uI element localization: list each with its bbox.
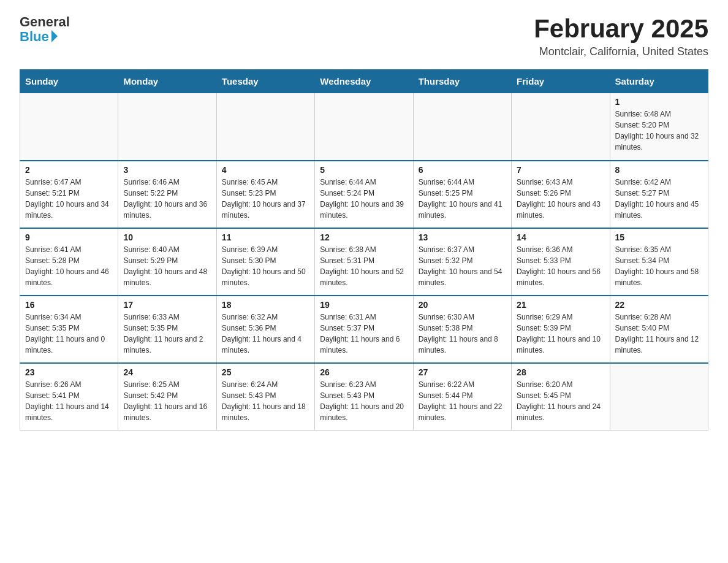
weekday-header-monday: Monday [118, 70, 216, 93]
calendar-cell: 16Sunrise: 6:34 AMSunset: 5:35 PMDayligh… [20, 296, 118, 363]
calendar-cell: 23Sunrise: 6:26 AMSunset: 5:41 PMDayligh… [20, 363, 118, 431]
day-info: Sunrise: 6:26 AMSunset: 5:41 PMDaylight:… [25, 379, 113, 423]
calendar-cell: 26Sunrise: 6:23 AMSunset: 5:43 PMDayligh… [315, 363, 413, 431]
day-info: Sunrise: 6:34 AMSunset: 5:35 PMDaylight:… [25, 312, 113, 356]
calendar-cell: 15Sunrise: 6:35 AMSunset: 5:34 PMDayligh… [610, 228, 708, 296]
day-info: Sunrise: 6:44 AMSunset: 5:24 PMDaylight:… [320, 177, 408, 221]
day-info: Sunrise: 6:36 AMSunset: 5:33 PMDaylight:… [517, 244, 604, 288]
calendar-cell: 7Sunrise: 6:43 AMSunset: 5:26 PMDaylight… [512, 161, 610, 228]
day-number: 10 [123, 232, 211, 242]
calendar-cell: 22Sunrise: 6:28 AMSunset: 5:40 PMDayligh… [610, 296, 708, 363]
day-info: Sunrise: 6:20 AMSunset: 5:45 PMDaylight:… [517, 379, 604, 423]
day-info: Sunrise: 6:30 AMSunset: 5:38 PMDaylight:… [419, 312, 506, 356]
day-number: 24 [123, 367, 211, 377]
day-number: 21 [517, 300, 604, 310]
day-number: 19 [320, 300, 408, 310]
calendar-week-row: 9Sunrise: 6:41 AMSunset: 5:28 PMDaylight… [20, 228, 708, 296]
calendar-week-row: 23Sunrise: 6:26 AMSunset: 5:41 PMDayligh… [20, 363, 708, 431]
day-info: Sunrise: 6:45 AMSunset: 5:23 PMDaylight:… [222, 177, 309, 221]
day-number: 5 [320, 165, 408, 175]
day-info: Sunrise: 6:39 AMSunset: 5:30 PMDaylight:… [222, 244, 309, 288]
calendar-cell: 5Sunrise: 6:44 AMSunset: 5:24 PMDaylight… [315, 161, 413, 228]
day-info: Sunrise: 6:43 AMSunset: 5:26 PMDaylight:… [517, 177, 604, 221]
calendar-cell: 24Sunrise: 6:25 AMSunset: 5:42 PMDayligh… [118, 363, 216, 431]
calendar-cell: 21Sunrise: 6:29 AMSunset: 5:39 PMDayligh… [512, 296, 610, 363]
calendar-cell: 17Sunrise: 6:33 AMSunset: 5:35 PMDayligh… [118, 296, 216, 363]
day-info: Sunrise: 6:48 AMSunset: 5:20 PMDaylight:… [615, 109, 703, 153]
calendar-week-row: 16Sunrise: 6:34 AMSunset: 5:35 PMDayligh… [20, 296, 708, 363]
day-info: Sunrise: 6:46 AMSunset: 5:22 PMDaylight:… [123, 177, 211, 221]
day-number: 11 [222, 232, 309, 242]
weekday-header-row: SundayMondayTuesdayWednesdayThursdayFrid… [20, 70, 708, 93]
day-info: Sunrise: 6:23 AMSunset: 5:43 PMDaylight:… [320, 379, 408, 423]
day-number: 6 [419, 165, 506, 175]
calendar-cell [512, 93, 610, 161]
day-number: 27 [419, 367, 506, 377]
logo-general-text: General [20, 15, 70, 29]
day-info: Sunrise: 6:31 AMSunset: 5:37 PMDaylight:… [320, 312, 408, 356]
weekday-header-saturday: Saturday [610, 70, 708, 93]
calendar-cell [118, 93, 216, 161]
calendar-subtitle: Montclair, California, United States [534, 45, 708, 58]
day-info: Sunrise: 6:32 AMSunset: 5:36 PMDaylight:… [222, 312, 309, 356]
day-info: Sunrise: 6:41 AMSunset: 5:28 PMDaylight:… [25, 244, 113, 288]
calendar-cell: 19Sunrise: 6:31 AMSunset: 5:37 PMDayligh… [315, 296, 413, 363]
weekday-header-thursday: Thursday [413, 70, 511, 93]
weekday-header-wednesday: Wednesday [315, 70, 413, 93]
day-info: Sunrise: 6:29 AMSunset: 5:39 PMDaylight:… [517, 312, 604, 356]
day-info: Sunrise: 6:37 AMSunset: 5:32 PMDaylight:… [419, 244, 506, 288]
day-number: 7 [517, 165, 604, 175]
calendar-cell: 9Sunrise: 6:41 AMSunset: 5:28 PMDaylight… [20, 228, 118, 296]
day-number: 4 [222, 165, 309, 175]
weekday-header-tuesday: Tuesday [216, 70, 314, 93]
logo: General Blue [20, 15, 70, 44]
day-info: Sunrise: 6:44 AMSunset: 5:25 PMDaylight:… [419, 177, 506, 221]
calendar-cell: 20Sunrise: 6:30 AMSunset: 5:38 PMDayligh… [413, 296, 511, 363]
day-number: 25 [222, 367, 309, 377]
calendar-cell: 28Sunrise: 6:20 AMSunset: 5:45 PMDayligh… [512, 363, 610, 431]
calendar-week-row: 2Sunrise: 6:47 AMSunset: 5:21 PMDaylight… [20, 161, 708, 228]
day-info: Sunrise: 6:28 AMSunset: 5:40 PMDaylight:… [615, 312, 703, 356]
day-info: Sunrise: 6:24 AMSunset: 5:43 PMDaylight:… [222, 379, 309, 423]
day-info: Sunrise: 6:33 AMSunset: 5:35 PMDaylight:… [123, 312, 211, 356]
day-number: 3 [123, 165, 211, 175]
day-number: 22 [615, 300, 703, 310]
logo-blue-text: Blue [20, 29, 58, 44]
day-number: 23 [25, 367, 113, 377]
calendar-cell: 11Sunrise: 6:39 AMSunset: 5:30 PMDayligh… [216, 228, 314, 296]
day-number: 18 [222, 300, 309, 310]
day-number: 1 [615, 97, 703, 107]
calendar-cell [315, 93, 413, 161]
calendar-week-row: 1Sunrise: 6:48 AMSunset: 5:20 PMDaylight… [20, 93, 708, 161]
day-info: Sunrise: 6:47 AMSunset: 5:21 PMDaylight:… [25, 177, 113, 221]
calendar-cell: 25Sunrise: 6:24 AMSunset: 5:43 PMDayligh… [216, 363, 314, 431]
calendar-cell: 12Sunrise: 6:38 AMSunset: 5:31 PMDayligh… [315, 228, 413, 296]
day-number: 17 [123, 300, 211, 310]
day-info: Sunrise: 6:35 AMSunset: 5:34 PMDaylight:… [615, 244, 703, 288]
calendar-cell: 27Sunrise: 6:22 AMSunset: 5:44 PMDayligh… [413, 363, 511, 431]
calendar-cell [413, 93, 511, 161]
day-info: Sunrise: 6:42 AMSunset: 5:27 PMDaylight:… [615, 177, 703, 221]
calendar-title: February 2025 [534, 15, 708, 43]
day-info: Sunrise: 6:38 AMSunset: 5:31 PMDaylight:… [320, 244, 408, 288]
day-number: 26 [320, 367, 408, 377]
page-header: General Blue February 2025 Montclair, Ca… [20, 15, 708, 58]
logo-arrow-icon [51, 30, 58, 42]
day-number: 28 [517, 367, 604, 377]
calendar-cell [610, 363, 708, 431]
calendar-cell: 6Sunrise: 6:44 AMSunset: 5:25 PMDaylight… [413, 161, 511, 228]
day-number: 9 [25, 232, 113, 242]
calendar-cell: 3Sunrise: 6:46 AMSunset: 5:22 PMDaylight… [118, 161, 216, 228]
calendar-cell: 13Sunrise: 6:37 AMSunset: 5:32 PMDayligh… [413, 228, 511, 296]
weekday-header-sunday: Sunday [20, 70, 118, 93]
day-number: 12 [320, 232, 408, 242]
day-info: Sunrise: 6:25 AMSunset: 5:42 PMDaylight:… [123, 379, 211, 423]
day-number: 20 [419, 300, 506, 310]
day-number: 8 [615, 165, 703, 175]
day-info: Sunrise: 6:22 AMSunset: 5:44 PMDaylight:… [419, 379, 506, 423]
calendar-table: SundayMondayTuesdayWednesdayThursdayFrid… [20, 69, 708, 431]
weekday-header-friday: Friday [512, 70, 610, 93]
day-number: 14 [517, 232, 604, 242]
day-number: 16 [25, 300, 113, 310]
day-info: Sunrise: 6:40 AMSunset: 5:29 PMDaylight:… [123, 244, 211, 288]
